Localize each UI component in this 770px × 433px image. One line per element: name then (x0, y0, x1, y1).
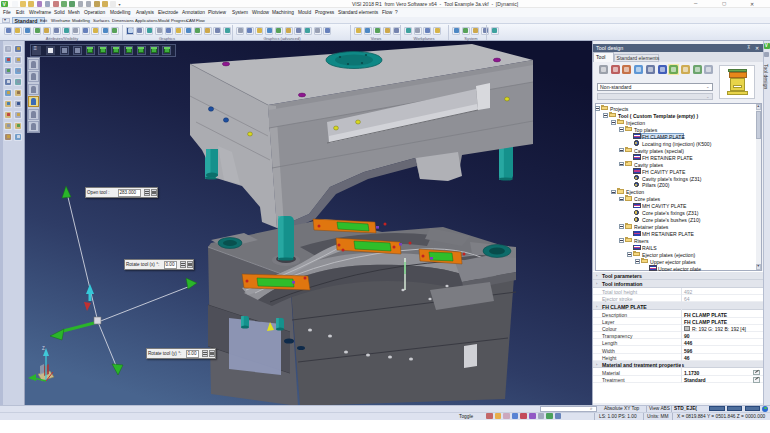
svg-text:Z: Z (42, 346, 45, 351)
